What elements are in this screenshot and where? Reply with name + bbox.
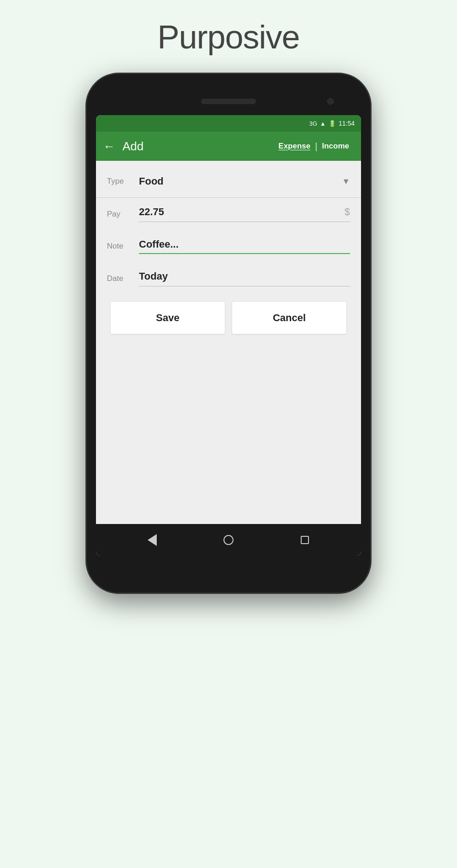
tab-income[interactable]: Income	[317, 139, 354, 153]
pay-field-container: 22.75 $	[139, 206, 350, 222]
pay-row: Pay 22.75 $	[96, 198, 361, 230]
empty-area	[96, 341, 361, 515]
phone-shell: 3G ▲ 🔋 11:54 ← Add Expense | Income Type…	[87, 74, 370, 593]
bottom-nav	[96, 524, 361, 556]
note-value[interactable]: Coffee...	[139, 238, 179, 250]
type-row: Type Food ▼	[96, 165, 361, 197]
signal-icon: 3G	[309, 120, 317, 127]
form-area: Type Food ▼ Pay 22.75 $ Note	[96, 161, 361, 524]
note-label: Note	[107, 242, 139, 251]
front-camera	[327, 98, 334, 105]
date-label: Date	[107, 274, 139, 283]
date-row: Date Today	[96, 262, 361, 295]
nav-home-icon	[223, 535, 234, 545]
phone-bottom	[96, 556, 361, 574]
nav-recent-icon	[301, 536, 309, 544]
date-input-row: Today	[139, 270, 350, 286]
buttons-row: Save Cancel	[96, 295, 361, 341]
app-title: Purposive	[157, 18, 299, 56]
app-bar: ← Add Expense | Income	[96, 132, 361, 161]
status-bar: 3G ▲ 🔋 11:54	[96, 115, 361, 132]
type-label: Type	[107, 177, 139, 186]
save-button[interactable]: Save	[111, 302, 225, 334]
nav-back-button[interactable]	[143, 531, 161, 549]
phone-screen: 3G ▲ 🔋 11:54 ← Add Expense | Income Type…	[96, 115, 361, 556]
nav-home-button[interactable]	[219, 531, 238, 549]
phone-top	[96, 88, 361, 115]
note-input-row: Coffee...	[139, 238, 350, 254]
note-field-container: Coffee...	[139, 238, 350, 254]
nav-recent-button[interactable]	[296, 531, 314, 549]
pay-input-row: 22.75 $	[139, 206, 350, 222]
nav-back-icon	[148, 534, 157, 546]
date-value[interactable]: Today	[139, 270, 168, 282]
speaker-grille	[201, 99, 256, 104]
date-field-container: Today	[139, 270, 350, 286]
dropdown-arrow-icon: ▼	[342, 177, 350, 186]
tab-expense[interactable]: Expense	[274, 139, 315, 153]
status-time: 11:54	[339, 120, 355, 127]
signal-bars-icon: ▲	[320, 120, 326, 127]
app-bar-title: Add	[122, 139, 266, 153]
battery-icon: 🔋	[329, 120, 336, 127]
pay-label: Pay	[107, 210, 139, 219]
type-dropdown[interactable]: Food ▼	[139, 175, 350, 187]
tab-divider: |	[315, 141, 317, 152]
type-value: Food	[139, 175, 164, 187]
pay-value[interactable]: 22.75	[139, 206, 164, 218]
cancel-button[interactable]: Cancel	[232, 302, 346, 334]
note-row: Note Coffee...	[96, 230, 361, 262]
currency-symbol: $	[345, 206, 350, 218]
back-button[interactable]: ←	[103, 140, 115, 152]
tab-group: Expense | Income	[274, 139, 354, 153]
